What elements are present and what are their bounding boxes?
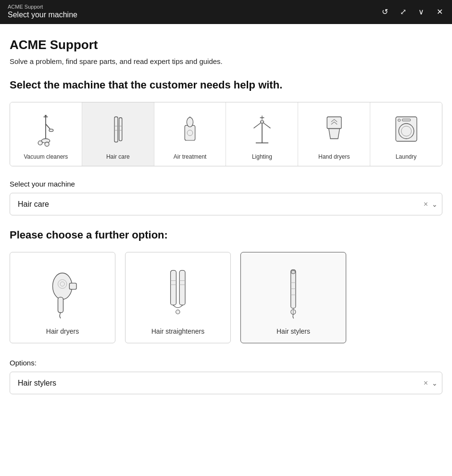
machine-dropdown[interactable]: Hair care Vacuum cleaners Air treatment … <box>10 193 442 215</box>
svg-point-5 <box>45 142 50 147</box>
category-label-hair-care: Hair care <box>106 153 130 160</box>
svg-point-13 <box>187 117 193 127</box>
expand-icon[interactable]: ⤢ <box>398 7 408 16</box>
svg-rect-29 <box>402 119 411 121</box>
hair-straightener-icon <box>154 264 202 322</box>
page-subtitle: Solve a problem, find spare parts, and r… <box>10 57 442 65</box>
category-label-laundry: Laundry <box>396 153 416 160</box>
main-content: ACME Support Solve a problem, find spare… <box>0 24 452 427</box>
machine-dropdown-wrap: Hair care Vacuum cleaners Air treatment … <box>10 193 442 215</box>
options-label: Options: <box>10 359 442 367</box>
svg-rect-9 <box>119 118 122 141</box>
svg-rect-23 <box>327 117 341 129</box>
subcategory-label-hair-stylers: Hair stylers <box>276 327 310 335</box>
hand-dryers-icon <box>315 111 353 150</box>
titlebar: ACME Support Select your machine ↺ ⤢ ∨ ✕ <box>0 0 452 24</box>
options-dropdown-icons: × ⌄ <box>424 379 438 388</box>
dropdown-icons: × ⌄ <box>424 200 438 209</box>
svg-point-20 <box>260 121 264 123</box>
subcategory-label-hair-straighteners: Hair straighteners <box>151 327 205 335</box>
svg-rect-12 <box>185 125 195 140</box>
chevron-icon[interactable]: ∨ <box>416 7 426 16</box>
subcategory-card-hair-straighteners[interactable]: Hair straighteners <box>125 252 231 343</box>
titlebar-title: Select your machine <box>8 11 77 19</box>
svg-rect-31 <box>58 297 63 313</box>
svg-point-41 <box>176 310 180 314</box>
category-card-air-treatment[interactable]: Air treatment <box>154 102 226 166</box>
options-dropdown-clear-icon[interactable]: × <box>424 379 428 388</box>
titlebar-left: ACME Support Select your machine <box>8 4 77 19</box>
options-dropdown-arrow-icon: ⌄ <box>432 379 438 387</box>
dropdown-clear-icon[interactable]: × <box>424 200 428 209</box>
options-dropdown[interactable]: Hair stylers Hair dryers Hair straighten… <box>10 372 442 394</box>
replay-icon[interactable]: ↺ <box>380 7 389 16</box>
close-icon[interactable]: ✕ <box>435 7 444 16</box>
category-card-hand-dryers[interactable]: Hand dryers <box>298 102 370 166</box>
category-card-laundry[interactable]: Laundry <box>370 102 442 166</box>
svg-point-4 <box>38 141 43 145</box>
page-title: ACME Support <box>10 38 442 52</box>
category-card-vacuum[interactable]: Vacuum cleaners <box>10 102 82 166</box>
svg-rect-8 <box>114 117 118 142</box>
subcategory-card-hair-dryers[interactable]: Hair dryers <box>10 252 115 343</box>
svg-rect-35 <box>171 270 176 305</box>
vacuum-icon <box>26 111 65 150</box>
app-name: ACME Support <box>8 4 77 10</box>
laundry-icon <box>387 111 426 150</box>
hair-dryer-icon <box>38 264 87 322</box>
options-dropdown-wrap: Hair stylers Hair dryers Hair straighten… <box>10 372 442 394</box>
category-label-hand-dryers: Hand dryers <box>318 153 350 160</box>
subcategory-card-hair-stylers[interactable]: Hair stylers <box>240 252 346 343</box>
hair-care-icon <box>99 111 137 150</box>
svg-marker-24 <box>328 129 339 139</box>
category-label-lighting: Lighting <box>252 153 272 160</box>
lighting-icon <box>243 111 281 150</box>
subcategory-label-hair-dryers: Hair dryers <box>46 327 79 335</box>
further-heading: Please choose a further option: <box>10 229 442 241</box>
category-card-lighting[interactable]: Lighting <box>226 102 298 166</box>
svg-point-28 <box>398 119 400 121</box>
category-label-vacuum: Vacuum cleaners <box>24 153 68 160</box>
category-label-air: Air treatment <box>174 153 207 160</box>
svg-point-3 <box>49 129 53 131</box>
hair-styler-icon <box>269 264 317 322</box>
select-machine-label: Select your machine <box>10 180 442 188</box>
dropdown-arrow-icon: ⌄ <box>432 200 438 208</box>
titlebar-controls: ↺ ⤢ ∨ ✕ <box>380 7 444 16</box>
subcategory-row: Hair dryers <box>10 252 442 343</box>
svg-point-43 <box>291 270 295 274</box>
category-card-hair-care[interactable]: Hair care <box>82 102 154 166</box>
category-row: Vacuum cleaners Hair care <box>10 102 442 166</box>
svg-rect-32 <box>70 283 77 289</box>
svg-rect-36 <box>179 270 185 305</box>
air-treatment-icon <box>171 111 209 150</box>
section-heading: Select the machine that the customer nee… <box>10 79 442 91</box>
